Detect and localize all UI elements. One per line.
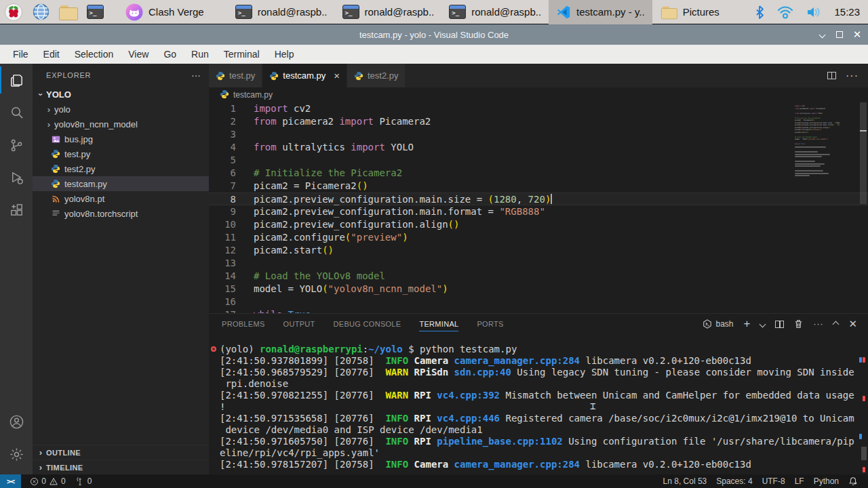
section-timeline[interactable]: ›TIMELINE (33, 460, 209, 474)
text-segment: () (357, 180, 368, 191)
minimize-button[interactable] (818, 30, 826, 39)
terminal-line: eline/rpi/vc4/rpi_apps.yaml' (220, 447, 868, 459)
code-line-1: 1import cv2 (209, 102, 868, 115)
cursor-position[interactable]: Ln 8, Col 53 (658, 474, 712, 488)
search-icon[interactable] (0, 96, 33, 129)
scrollbar-thumb[interactable] (860, 102, 867, 204)
tree-item-yolov8n.pt[interactable]: yolov8n.pt (33, 191, 209, 206)
code-editor[interactable]: 1import cv22from picamera2 import Picame… (209, 102, 868, 313)
settings-gear-icon[interactable] (0, 438, 33, 470)
minimap[interactable]: import cv2from picamera2 import Picamera… (795, 105, 840, 178)
eol-sequence[interactable]: LF (790, 474, 809, 488)
terminal-scrollbar-thumb[interactable] (861, 447, 867, 460)
text-segment: , (517, 194, 528, 205)
menu-file[interactable]: File (5, 45, 36, 64)
chevron-right-icon: › (43, 104, 54, 115)
tree-item-test.py[interactable]: test.py (33, 146, 209, 161)
menu-edit[interactable]: Edit (36, 45, 67, 64)
file-manager-icon[interactable] (54, 0, 81, 24)
tab-test.py[interactable]: test.py (209, 64, 262, 87)
maximize-panel-icon[interactable] (833, 322, 838, 327)
extensions-icon[interactable] (0, 194, 33, 226)
remote-indicator[interactable]: >< (0, 474, 21, 488)
volume-icon[interactable] (806, 5, 822, 19)
maximize-button[interactable] (835, 30, 844, 39)
taskbar-window-1[interactable]: ronald@raspb.. (335, 0, 442, 24)
tab-testcam.py[interactable]: testcam.py× (262, 64, 347, 87)
minimap-line (795, 170, 823, 171)
panel-header: PROBLEMSOUTPUTDEBUG CONSOLETERMINALPORTS… (209, 314, 868, 334)
tree-item-yolo[interactable]: ›yolo (33, 102, 209, 117)
code-line-6: 6# Initialize the Picamera2 (209, 167, 868, 180)
taskbar-window-label: ronald@raspb.. (258, 6, 328, 18)
split-editor-icon[interactable] (827, 72, 836, 79)
source-control-icon[interactable] (0, 129, 33, 161)
split-terminal-icon[interactable] (775, 321, 784, 328)
problems-status[interactable]: 0 0 (25, 474, 70, 488)
tree-item-yolov8n_ncnn_model[interactable]: ›yolov8n_ncnn_model (33, 117, 209, 131)
close-panel-icon[interactable]: ✕ (848, 318, 857, 330)
terminal-line: [2:41:50.971535658] [20776] INFO RPI vc4… (220, 413, 868, 424)
line-number: 9 (209, 205, 236, 218)
code-line-3: 3 (209, 128, 868, 141)
clash-verge-tray[interactable]: Clash Verge (118, 0, 212, 24)
line-number: 2 (209, 115, 236, 128)
tab-test2.py[interactable]: test2.py (347, 64, 406, 87)
panel-tab-ports[interactable]: PORTS (477, 314, 503, 334)
terminal-dropdown-icon[interactable] (760, 322, 765, 327)
kill-terminal-icon[interactable] (794, 319, 803, 329)
minimap-line (795, 173, 829, 174)
text-segment: Picamera2 (815, 108, 825, 110)
menu-go[interactable]: Go (156, 45, 184, 64)
notifications-bell-icon[interactable] (844, 474, 863, 488)
bluetooth-icon[interactable] (754, 5, 765, 19)
run-debug-icon[interactable] (0, 161, 33, 194)
new-terminal-icon[interactable]: + (743, 317, 750, 331)
breadcrumb[interactable]: testcam.py (209, 87, 868, 102)
terminal-launcher-icon[interactable] (81, 0, 108, 24)
ports-count: 0 (87, 476, 92, 486)
tree-item-testcam.py[interactable]: testcam.py (33, 176, 209, 191)
wifi-icon[interactable] (777, 5, 793, 19)
shell-selector[interactable]: bash (703, 319, 733, 329)
tree-root-yolo[interactable]: › YOLO (33, 87, 209, 102)
account-icon[interactable] (0, 405, 33, 438)
panel-tab-debug-console[interactable]: DEBUG CONSOLE (334, 314, 401, 334)
editor-scrollbar[interactable] (859, 102, 868, 313)
panel-tab-output[interactable]: OUTPUT (283, 314, 315, 334)
menu-view[interactable]: View (121, 45, 156, 64)
menu-help[interactable]: Help (267, 45, 302, 64)
ports-status[interactable]: 0 (71, 474, 97, 488)
text-segment: "yolov8n_ncnn_model" (808, 138, 827, 140)
taskbar-window-0[interactable]: ronald@raspb.. (228, 0, 335, 24)
text-segment: INFO (385, 436, 414, 447)
panel-tab-terminal[interactable]: TERMINAL (419, 314, 458, 334)
tree-item-yolov8n.torchscript[interactable]: yolov8n.torchscript (33, 206, 209, 221)
indentation[interactable]: Spaces: 4 (711, 474, 757, 488)
close-button[interactable]: ✕ (853, 30, 861, 39)
panel-tab-problems[interactable]: PROBLEMS (222, 314, 265, 334)
text-segment: $ python testcam.py (403, 344, 517, 354)
section-outline[interactable]: ›OUTLINE (33, 445, 209, 460)
encoding[interactable]: UTF-8 (757, 474, 790, 488)
language-mode[interactable]: Python (809, 474, 844, 488)
browser-globe-icon[interactable] (27, 0, 54, 24)
menu-terminal[interactable]: Terminal (216, 45, 267, 64)
raspberry-menu-icon[interactable] (0, 0, 27, 24)
text-segment: ) (442, 283, 448, 294)
editor-more-icon[interactable]: ··· (846, 70, 859, 82)
menu-selection[interactable]: Selection (67, 45, 121, 64)
tab-close-icon[interactable]: × (334, 70, 340, 81)
menu-run[interactable]: Run (184, 45, 216, 64)
explorer-icon[interactable] (0, 64, 33, 96)
taskbar-window-2[interactable]: ronald@raspb.. (441, 0, 549, 24)
shell-label: bash (715, 319, 733, 329)
taskbar-window-4[interactable]: Pictures (652, 0, 727, 24)
clock[interactable]: 15:23 (834, 6, 860, 18)
sidebar-more-actions-icon[interactable]: ··· (191, 70, 201, 81)
terminal-output[interactable]: (yolo) ronald@raspberrypi:~/yolo $ pytho… (209, 334, 868, 475)
panel-more-icon[interactable]: ··· (813, 319, 823, 329)
tree-item-test2.py[interactable]: test2.py (33, 161, 209, 176)
taskbar-window-3[interactable]: testcam.py - y.. (549, 0, 652, 24)
tree-item-bus.jpg[interactable]: bus.jpg (33, 131, 209, 146)
